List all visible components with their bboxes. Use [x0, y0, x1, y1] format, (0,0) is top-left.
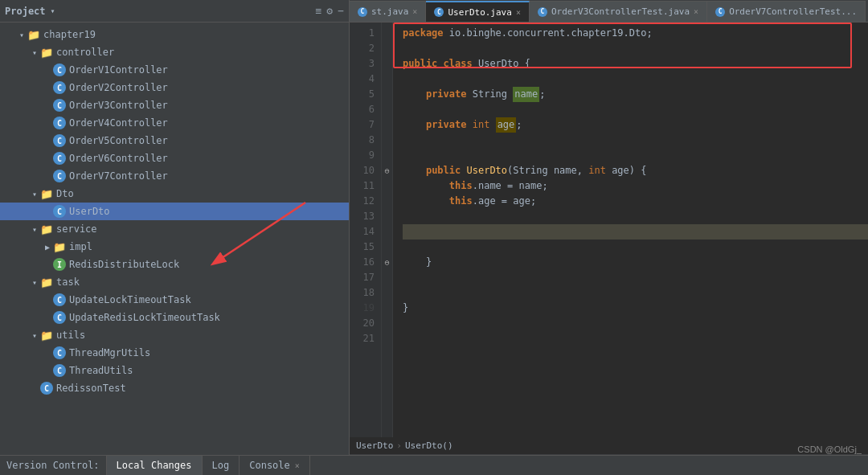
tab-orderv7[interactable]: C OrderV7ControllerTest... [707, 1, 866, 22]
tab-label: Local Changes [117, 460, 192, 471]
tree-item-updatelock[interactable]: C UpdateLockTimeoutTask [0, 291, 349, 309]
tree-item-orderv1[interactable]: C OrderV1Controller [0, 61, 349, 79]
tree-item-threadutils[interactable]: C ThreadUtils [0, 362, 349, 379]
panel-header: Project ▾ ≡ ⚙ − [0, 0, 349, 23]
class-icon: C [53, 134, 66, 147]
code-line-12: this.age = age; [403, 194, 868, 209]
class-icon: C [40, 382, 53, 395]
tab-label: st.java [371, 6, 408, 17]
tree-item-userdto[interactable]: C UserDto [0, 203, 349, 220]
class-icon: C [53, 346, 66, 359]
class-icon: C [53, 63, 66, 76]
folder-icon: 📁 [40, 187, 53, 200]
tree-item-task[interactable]: ▾ 📁 task [0, 273, 349, 291]
tree-item-chapter19[interactable]: ▾ 📁 chapter19 [0, 26, 349, 43]
version-control-label: Version Control: [0, 456, 107, 475]
tab-local-changes[interactable]: Local Changes [107, 456, 203, 475]
expand-arrow: ▾ [29, 278, 40, 287]
tree-item-orderv2[interactable]: C OrderV2Controller [0, 79, 349, 96]
class-icon: C [358, 7, 367, 17]
tree-label: OrderV3Controller [69, 100, 168, 111]
minimize-icon[interactable]: − [338, 5, 344, 17]
code-line-15 [403, 240, 868, 255]
expand-arrow: ▾ [29, 331, 40, 340]
tree-item-updateredis[interactable]: C UpdateRedisLockTimeoutTask [0, 309, 349, 326]
tree-label: RedissonTest [56, 383, 126, 394]
code-line-6 [403, 102, 868, 117]
class-icon: C [53, 311, 66, 324]
tree-label: service [56, 223, 97, 235]
code-line-18 [403, 285, 868, 301]
folder-icon: 📁 [53, 240, 66, 253]
class-icon: C [434, 7, 444, 17]
tab-close-icon[interactable]: × [694, 7, 698, 16]
tree-label: Dto [56, 188, 74, 199]
tab-close-icon[interactable]: × [516, 8, 521, 17]
tree-item-service[interactable]: ▾ 📁 service [0, 220, 349, 238]
dropdown-arrow-icon[interactable]: ▾ [51, 6, 55, 15]
code-line-2 [403, 41, 868, 56]
tree-item-orderv6[interactable]: C OrderV6Controller [0, 149, 349, 167]
code-line-3: public class UserDto { [403, 56, 868, 72]
folder-icon: 📁 [27, 28, 40, 41]
class-icon: I [53, 258, 66, 271]
breadcrumb-method: UserDto() [405, 440, 453, 451]
editor-tabs: C st.java × C UserDto.java × C OrderV3Co… [350, 0, 868, 23]
tree-label: UpdateLockTimeoutTask [69, 294, 191, 305]
tab-console[interactable]: Console × [240, 456, 310, 475]
tab-label: UserDto.java [448, 7, 511, 18]
tree-label: OrderV5Controller [69, 135, 168, 146]
class-icon: C [53, 205, 66, 218]
tree-label: controller [56, 47, 114, 58]
expand-arrow: ▶ [42, 243, 53, 252]
code-line-13 [403, 209, 868, 224]
tree-item-redis-lock[interactable]: I RedisDistributeLock [0, 256, 349, 273]
tree-label: OrderV2Controller [69, 82, 168, 93]
code-line-17 [403, 270, 868, 285]
code-line-8 [403, 133, 868, 148]
code-line-14 [403, 224, 868, 240]
tree-label: OrderV4Controller [69, 117, 168, 129]
tab-userdto[interactable]: C UserDto.java × [426, 1, 530, 22]
tab-close-icon[interactable]: × [412, 7, 417, 16]
tree-label: UpdateRedisLockTimeoutTask [69, 312, 220, 323]
expand-arrow: ▾ [16, 31, 27, 39]
tree-item-dto[interactable]: ▾ 📁 Dto [0, 185, 349, 203]
tab-close-icon[interactable]: × [295, 461, 300, 470]
tree-item-controller[interactable]: ▾ 📁 controller [0, 43, 349, 61]
class-icon: C [53, 117, 66, 129]
class-icon: C [53, 364, 66, 377]
tree-label: OrderV1Controller [69, 64, 168, 76]
code-line-9 [403, 148, 868, 163]
balance-icon[interactable]: ≡ [316, 5, 322, 17]
tab-orderv3[interactable]: C OrderV3ControllerTest.java × [530, 1, 707, 22]
tree-item-orderv5[interactable]: C OrderV5Controller [0, 132, 349, 149]
tree-label: OrderV6Controller [69, 153, 168, 164]
tree-item-redissontest[interactable]: C RedissonTest [0, 379, 349, 397]
tree-label: UserDto [69, 206, 110, 217]
tree-item-threadmgr[interactable]: C ThreadMgrUtils [0, 344, 349, 362]
tab-label: Log [212, 460, 230, 471]
tree-item-orderv3[interactable]: C OrderV3Controller [0, 96, 349, 114]
class-icon: C [53, 170, 66, 182]
project-tree: ▾ 📁 chapter19 ▾ 📁 controller C OrderV1 [0, 23, 349, 455]
tree-item-utils[interactable]: ▾ 📁 utils [0, 326, 349, 344]
settings-icon[interactable]: ⚙ [326, 5, 333, 17]
folder-icon: 📁 [40, 223, 53, 235]
code-content[interactable]: package io.binghe.concurrent.chapter19.D… [393, 23, 868, 437]
tree-label: ThreadUtils [69, 365, 133, 376]
code-line-5: private String name; [403, 87, 868, 102]
editor-content: 12345 678910 1112131415 16171819 2021 ⊖ [350, 23, 868, 437]
code-line-11: this.name = name; [403, 178, 868, 194]
tree-item-impl[interactable]: ▶ 📁 impl [0, 238, 349, 256]
tree-item-orderv4[interactable]: C OrderV4Controller [0, 114, 349, 132]
editor-panel: C st.java × C UserDto.java × C OrderV3Co… [350, 0, 868, 455]
tab-log[interactable]: Log [203, 456, 240, 475]
code-line-4 [403, 72, 868, 87]
breadcrumb-separator: › [396, 440, 402, 451]
expand-arrow: ▾ [29, 48, 40, 57]
tab-st-java[interactable]: C st.java × [350, 1, 426, 22]
line-numbers: 12345 678910 1112131415 16171819 2021 [350, 23, 382, 437]
breadcrumb-userdto: UserDto [356, 440, 393, 451]
tree-item-orderv7[interactable]: C OrderV7Controller [0, 167, 349, 185]
